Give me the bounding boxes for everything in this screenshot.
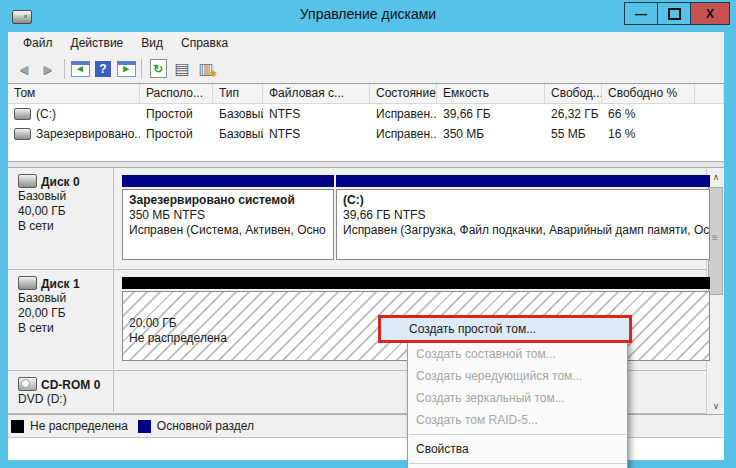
partition-body[interactable]: (C:)39,66 ГБ NTFSИсправен (Загрузка, Фай… [336,189,710,260]
partition-status: Исправен (Система, Активен, Осно [129,223,327,238]
column-header-6[interactable]: Свобод... [545,84,602,103]
scroll-down-icon[interactable]: ∨ [708,397,724,414]
volume-list-header: ТомРасполо...ТипФайловая с...СостояниеЕм… [8,84,724,104]
cell-type: Базовый [213,107,263,121]
minimize-button[interactable]: — [624,2,658,25]
disk-row-0[interactable]: Диск 0Базовый40,00 ГБВ сетиЗарезервирова… [8,168,706,270]
disk-label-2[interactable]: CD-ROM 0DVD (D:) [10,371,114,412]
cell-capacity: 350 МБ [437,127,545,141]
context-menu-item-3[interactable]: Создать зеркальный том... [408,387,627,409]
disk-info-line: Базовый [18,291,113,306]
back-icon[interactable]: ◄ [12,58,36,80]
cell-status: Исправен... [370,127,437,141]
menu-bar: ФайлДействиеВидСправка [8,32,724,54]
column-header-2[interactable]: Тип [213,84,263,103]
minimize-icon: — [635,7,647,21]
cell-fs: NTFS [263,127,370,141]
partition-Зарезервировано системой[interactable]: Зарезервировано системой350 МБ NTFSИспра… [122,175,334,260]
action-pane-icon[interactable]: ▸ [115,58,137,80]
cell-volume: (C:) [8,107,140,121]
context-menu-item-2[interactable]: Создать чередующийся том... [408,365,627,387]
partition-title: Зарезервировано системой [129,193,327,208]
legend-color-swatch [138,420,151,433]
column-header-1[interactable]: Располо... [140,84,213,103]
column-header-3[interactable]: Файловая с... [263,84,370,103]
context-menu-item-4[interactable]: Создать том RAID-5... [408,409,627,431]
context-menu-item-create-simple-volume[interactable]: Создать простой том... [409,322,536,336]
volume-icon [14,128,31,140]
toolbar-separator [141,59,142,79]
cell-text: Исправен... [376,127,437,141]
disk-info-line: В сети [18,219,113,234]
scroll-up-icon[interactable]: ∧ [708,168,724,185]
toolbar-separator [64,59,65,79]
context-menu-separator [409,463,626,464]
partition-(C:)[interactable]: (C:)39,66 ГБ NTFSИсправен (Загрузка, Фай… [336,175,710,260]
menu-item-файл[interactable]: Файл [14,34,62,52]
cell-text: 26,32 ГБ [551,107,599,121]
close-button[interactable]: X [690,2,730,25]
cell-text: NTFS [269,107,300,121]
cell-volume: Зарезервировано... [8,127,140,141]
context-menu-item-6[interactable]: Свойства [408,438,627,460]
cell-text: 55 МБ [551,127,586,141]
disk-name: Диск 0 [18,174,113,189]
menu-item-вид[interactable]: Вид [132,34,172,52]
disk-management-window: Управление дисками — X ФайлДействиеВидСп… [0,0,736,468]
partition-body[interactable]: Зарезервировано системой350 МБ NTFSИспра… [122,189,334,260]
cell-free_pct: 16 % [602,127,695,141]
refresh-icon[interactable]: ↻ [146,58,170,80]
console-tree-icon[interactable]: ◂ [69,58,91,80]
context-menu-item-1[interactable]: Создать составной том... [408,343,627,365]
column-header-5[interactable]: Емкость [437,84,545,103]
cell-text: Простой [146,127,193,141]
menu-item-действие[interactable]: Действие [62,34,133,52]
partition-size: 350 МБ NTFS [129,208,327,223]
properties-icon[interactable]: ▤ [170,58,194,80]
pane-splitter[interactable] [8,161,724,168]
partition-status: Исправен (Загрузка, Файл подкачки, Авари… [343,223,703,238]
disk-label-1[interactable]: Диск 1Базовый20,00 ГБВ сети [10,270,114,369]
cell-text: 350 МБ [443,127,484,141]
disk-label-0[interactable]: Диск 0Базовый40,00 ГБВ сети [10,168,114,268]
cell-text: NTFS [269,127,300,141]
cdrom-icon [18,377,37,391]
column-header-7[interactable]: Свободно % [602,84,695,103]
disk-info-line: DVD (D:) [18,392,113,407]
volume-list: ТомРасполо...ТипФайловая с...СостояниеЕм… [8,84,724,161]
toolbar: ◄►◂?▸↻▤▥ [8,54,724,84]
menu-item-справка[interactable]: Справка [172,34,237,52]
partition-color-bar [122,175,334,187]
column-header[interactable] [695,84,724,103]
column-header-0[interactable]: Том [8,84,140,103]
scrollbar-thumb[interactable] [708,187,723,295]
table-row[interactable]: (C:)ПростойБазовыйNTFSИсправен...39,66 Г… [8,104,724,124]
table-row[interactable]: Зарезервировано...ПростойБазовыйNTFSИспр… [8,124,724,144]
disk-icon [18,174,37,188]
cell-status: Исправен... [370,107,437,121]
partition-title: (C:) [343,193,703,208]
cell-text: Зарезервировано... [36,127,140,141]
column-header-4[interactable]: Состояние [370,84,437,103]
cell-free_pct: 66 % [602,107,695,121]
rescan-disks-icon[interactable]: ▥ [194,58,218,80]
cell-text: Простой [146,107,193,121]
partition-color-bar [336,175,710,187]
cell-layout: Простой [140,127,213,141]
forward-icon[interactable]: ► [36,58,60,80]
disk-info-line: В сети [18,321,113,336]
context-menu-separator [409,434,626,435]
legend-label: Основной раздел [157,419,254,433]
cell-text: 16 % [608,127,635,141]
disk-name: Диск 1 [18,276,113,291]
cell-text: Базовый [219,127,263,141]
help-icon[interactable]: ? [91,58,115,80]
cell-text: 66 % [608,107,635,121]
annotation-highlight-box[interactable]: Создать простой том... [378,315,632,343]
maximize-button[interactable] [657,2,691,25]
partition-color-bar [122,277,710,289]
disk-info-line: Базовый [18,189,113,204]
disk-name-text: CD-ROM 0 [41,378,100,392]
title-bar[interactable]: Управление дисками — X [0,0,736,32]
volume-icon [14,108,31,120]
